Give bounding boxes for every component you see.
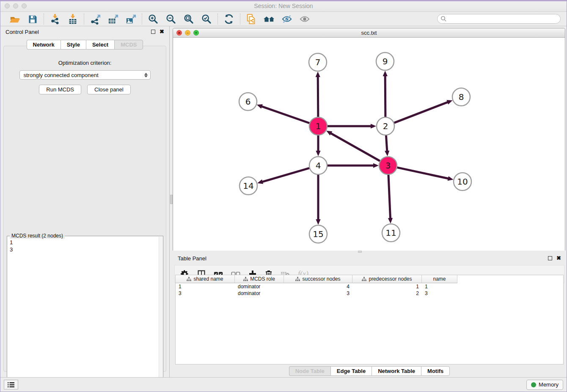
graph-node-9[interactable]: 9 (376, 52, 394, 70)
copy-view-button[interactable] (245, 13, 257, 25)
table-cell[interactable]: 3 (422, 290, 457, 297)
graph-edge-3-10[interactable] (397, 168, 454, 181)
table-row[interactable]: 3dominator323 (176, 290, 563, 297)
minimize-view-button[interactable]: − (185, 30, 190, 36)
network-window-titlebar[interactable]: ✕ − + scc.txt (173, 28, 565, 38)
column-header-shared-name[interactable]: shared name (176, 275, 235, 283)
maximize-window-button[interactable] (22, 3, 27, 8)
graph-edge-1-6[interactable] (257, 104, 309, 123)
main-toolbar (0, 12, 567, 26)
graph-node-label: 9 (383, 56, 388, 66)
table-cell[interactable]: 1 (352, 283, 422, 290)
zoom-in-button[interactable] (147, 13, 159, 25)
graph-node-label: 7 (315, 57, 321, 67)
show-all-button[interactable] (299, 13, 311, 25)
table-cell[interactable]: 3 (176, 290, 235, 297)
zoom-selected-button[interactable] (201, 13, 212, 25)
tab-node-table[interactable]: Node Table (289, 366, 330, 376)
control-panel-title: Control Panel (6, 29, 39, 35)
tab-select[interactable]: Select (86, 40, 114, 50)
tab-network[interactable]: Network (27, 40, 61, 50)
table-cell[interactable]: 4 (284, 283, 352, 290)
graph-edge-1-4[interactable] (316, 135, 320, 156)
graph-node-8[interactable]: 8 (452, 88, 470, 106)
zoom-out-button[interactable] (165, 13, 177, 25)
graph-node-11[interactable]: 11 (382, 224, 400, 242)
graph-node-14[interactable]: 14 (239, 177, 257, 195)
memory-button[interactable]: Memory (526, 380, 563, 390)
graph-node-7[interactable]: 7 (309, 53, 327, 71)
hide-selected-button[interactable] (281, 13, 293, 25)
table-cell[interactable]: 1 (422, 283, 457, 290)
maximize-view-button[interactable]: + (193, 30, 199, 36)
result-line: 3 (10, 246, 157, 253)
window-controls-inactive[interactable] (5, 3, 27, 8)
graph-edge-2-8[interactable] (394, 100, 453, 123)
graph-node-3[interactable]: 3 (379, 157, 397, 174)
tab-network-table[interactable]: Network Table (372, 366, 421, 376)
network-canvas[interactable]: 7968124314101511 (173, 38, 565, 251)
close-panel-icon[interactable]: ✖ (556, 256, 561, 260)
graph-edge-4-3[interactable] (328, 163, 379, 168)
float-panel-icon[interactable] (151, 30, 155, 34)
open-session-button[interactable] (9, 13, 21, 25)
minimize-window-button[interactable] (13, 3, 18, 8)
table-cell[interactable]: 1 (176, 283, 235, 290)
table-cell[interactable]: dominator (235, 283, 284, 290)
result-scrollbar[interactable] (159, 237, 162, 392)
hierarchy-icon (243, 277, 248, 281)
close-view-button[interactable]: ✕ (176, 30, 182, 36)
export-image-button[interactable] (125, 13, 137, 25)
table-row[interactable]: 1dominator411 (176, 283, 563, 290)
graph-edge-1-2[interactable] (328, 124, 376, 128)
graph-node-label: 14 (243, 181, 253, 191)
import-network-button[interactable] (49, 13, 61, 25)
optimization-criterion-select[interactable]: strongly connected component (19, 70, 151, 80)
column-header-predecessor-nodes[interactable]: predecessor nodes (352, 275, 422, 283)
arrowhead (448, 176, 454, 181)
close-panel-button[interactable]: Close panel (87, 85, 131, 94)
first-neighbors-button[interactable] (263, 13, 275, 25)
export-image-icon (125, 14, 136, 25)
tab-motifs[interactable]: Motifs (421, 366, 450, 376)
network-canvas-svg[interactable]: 7968124314101511 (173, 38, 565, 251)
search-input[interactable] (437, 14, 561, 24)
graph-edge-2-3[interactable] (385, 135, 389, 156)
vertical-splitter[interactable] (169, 26, 173, 378)
tab-style[interactable]: Style (61, 40, 86, 50)
close-window-button[interactable] (5, 3, 10, 8)
graph-node-10[interactable]: 10 (454, 173, 471, 190)
tab-edge-table[interactable]: Edge Table (330, 366, 372, 376)
graph-node-label: 2 (383, 121, 388, 131)
tab-mcds[interactable]: MCDS (114, 40, 143, 50)
zoom-fit-button[interactable] (183, 13, 195, 25)
refresh-button[interactable] (223, 13, 235, 25)
export-network-button[interactable] (89, 13, 101, 25)
graph-edge-1-7[interactable] (316, 72, 320, 117)
table-cell[interactable]: dominator (235, 290, 284, 297)
task-history-button[interactable] (4, 380, 18, 389)
zoom-fit-icon (183, 14, 194, 25)
graph-node-15[interactable]: 15 (309, 225, 327, 243)
import-table-button[interactable] (67, 13, 79, 25)
graph-edge-3-1[interactable] (326, 131, 380, 161)
column-header-successor-nodes[interactable]: successor nodes (284, 275, 352, 283)
run-mcds-button[interactable]: Run MCDS (39, 85, 81, 94)
column-header-name[interactable]: name (422, 275, 457, 283)
save-session-button[interactable] (27, 13, 39, 25)
graph-node-4[interactable]: 4 (309, 157, 327, 174)
graph-node-6[interactable]: 6 (239, 93, 257, 110)
float-panel-icon[interactable] (548, 256, 552, 260)
table-cell[interactable]: 3 (284, 290, 352, 297)
graph-node-2[interactable]: 2 (377, 117, 394, 135)
close-panel-icon[interactable]: ✖ (160, 30, 164, 34)
graph-edge-4-14[interactable] (257, 168, 309, 184)
export-table-button[interactable] (107, 13, 119, 25)
mcds-result-text[interactable]: 13 (10, 239, 157, 392)
column-header-mcds-role[interactable]: MCDS role (235, 275, 284, 283)
graph-edge-4-15[interactable] (316, 175, 320, 225)
graph-edge-3-11[interactable] (388, 175, 393, 224)
table-cell[interactable]: 2 (352, 290, 422, 297)
graph-edge-2-9[interactable] (383, 71, 388, 117)
graph-node-1[interactable]: 1 (309, 117, 327, 135)
